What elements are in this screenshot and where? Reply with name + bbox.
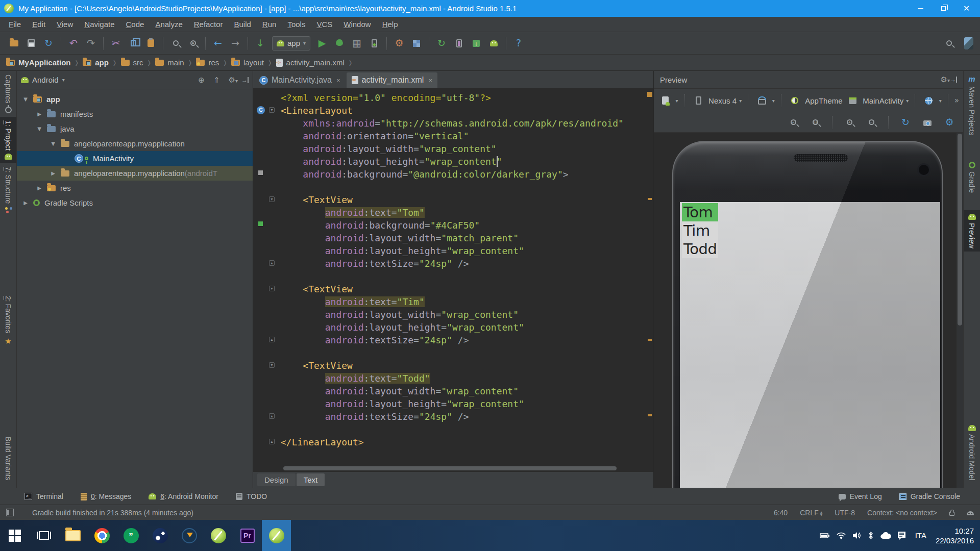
code-token[interactable]: "wrap_content": [441, 309, 519, 320]
code-token[interactable]: :: [364, 373, 370, 384]
code-token[interactable]: />: [452, 411, 469, 422]
code-token[interactable]: [281, 245, 325, 256]
code-token[interactable]: =: [375, 118, 380, 129]
tool-window-button-todo[interactable]: TODO: [236, 492, 267, 500]
code-token[interactable]: :: [364, 398, 370, 409]
theme-icon[interactable]: [789, 93, 801, 108]
tree-item-app[interactable]: ▼app: [17, 92, 253, 107]
gradle-sync-icon[interactable]: ↻: [434, 36, 449, 51]
editor-tab-activity-main-xml[interactable]: activity_main.xml×: [347, 72, 437, 88]
code-token[interactable]: =: [441, 245, 447, 256]
gear-icon[interactable]: ⚙▾: [941, 75, 950, 84]
code-token[interactable]: android: [325, 335, 364, 345]
code-token[interactable]: orientation: [347, 131, 408, 141]
menu-window[interactable]: Window: [338, 20, 376, 29]
code-token[interactable]: android: [303, 131, 341, 141]
action-center-icon[interactable]: [897, 531, 906, 540]
tool-window-button-6-android-monitor[interactable]: 6: Android Monitor: [149, 492, 218, 500]
code-token[interactable]: "wrap_content": [447, 398, 524, 409]
code-token[interactable]: =: [435, 233, 441, 243]
code-token[interactable]: :: [364, 220, 370, 231]
attach-debugger-icon[interactable]: [367, 36, 381, 51]
code-token[interactable]: "Tom": [397, 207, 425, 218]
code-line[interactable]: android:textSize="24sp" />: [253, 334, 646, 346]
code-token[interactable]: android: [325, 258, 364, 269]
breadcrumb-item-res[interactable]: res: [196, 58, 219, 67]
code-token[interactable]: [281, 398, 325, 409]
code-token[interactable]: "Tim": [397, 296, 425, 307]
tree-expand-arrow[interactable]: ▼: [50, 141, 56, 146]
menu-edit[interactable]: Edit: [27, 20, 51, 29]
code-token[interactable]: />: [452, 258, 469, 269]
tool-window-button-terminal[interactable]: >_Terminal: [24, 492, 63, 500]
tab-design[interactable]: Design: [257, 473, 296, 486]
run-configuration-select[interactable]: app▾: [272, 36, 310, 51]
tree-item-gradle-scripts[interactable]: ▶Gradle Scripts: [17, 195, 253, 210]
code-token[interactable]: layout_height: [369, 398, 441, 409]
activity-select[interactable]: MainActivity: [863, 96, 903, 105]
code-token[interactable]: android: [325, 386, 364, 396]
menu-vcs[interactable]: VCS: [311, 20, 338, 29]
tool-button-android-model[interactable]: Android Model: [964, 421, 980, 484]
hide-panel-icon[interactable]: →: [241, 77, 249, 83]
cut-icon[interactable]: ✂: [109, 36, 123, 51]
close-icon[interactable]: ×: [336, 77, 340, 84]
code-token[interactable]: :: [364, 245, 370, 256]
code-token[interactable]: layout_width: [369, 233, 435, 243]
code-token[interactable]: =: [391, 296, 397, 307]
code-token[interactable]: textSize: [369, 258, 413, 269]
theme-select[interactable]: AppTheme: [805, 96, 842, 105]
code-token[interactable]: layout_height: [369, 245, 441, 256]
context-selector[interactable]: Context: <no context>: [867, 509, 937, 517]
code-token[interactable]: "Todd": [397, 373, 430, 384]
close-button[interactable]: ✕: [955, 0, 978, 17]
code-token[interactable]: =: [425, 220, 430, 231]
tool-window-button-gradle-console[interactable]: Gradle Console: [899, 492, 960, 500]
code-line[interactable]: android:textSize="24sp" />: [253, 257, 646, 270]
code-token[interactable]: background: [369, 220, 424, 231]
code-token[interactable]: layout_height: [347, 156, 419, 167]
settings-icon[interactable]: ⚙: [392, 36, 406, 51]
file-explorer[interactable]: [58, 520, 87, 551]
undo-icon[interactable]: ↶: [66, 36, 81, 51]
update-project-icon[interactable]: ↓: [253, 36, 267, 51]
code-token[interactable]: android: [303, 169, 341, 180]
zoom-in-icon[interactable]: +: [842, 115, 856, 130]
code-line[interactable]: [253, 270, 646, 283]
device-screen[interactable]: TomTimTodd: [680, 202, 940, 488]
battery-icon[interactable]: [820, 532, 830, 539]
color-swatch-icon[interactable]: [258, 221, 263, 227]
debug-icon[interactable]: [332, 36, 347, 51]
tree-expand-arrow[interactable]: ▶: [22, 200, 29, 206]
synchronize-icon[interactable]: ↻: [41, 36, 56, 51]
code-line[interactable]: android:text="Todd": [253, 372, 646, 385]
encoding-selector[interactable]: UTF-8: [835, 509, 855, 517]
tool-button-1-project[interactable]: 1: Project: [0, 117, 16, 163]
code-line[interactable]: xmlns:android="http://schemas.android.co…: [253, 117, 646, 130]
zoom-out-icon[interactable]: −: [864, 115, 878, 130]
code-line[interactable]: [253, 423, 646, 436]
sdk-manager-icon[interactable]: ↓: [469, 36, 483, 51]
error-stripe[interactable]: [646, 88, 653, 465]
editor-tab-mainactivity-java[interactable]: CMainActivity.java×: [254, 72, 346, 88]
code-token[interactable]: [281, 360, 303, 371]
tree-item-angeloparenteapp-myapplication[interactable]: ▶angeloparenteapp.myapplication (android…: [17, 166, 253, 181]
menu-navigate[interactable]: Navigate: [79, 20, 120, 29]
overflow-chevrons-icon[interactable]: »: [954, 97, 959, 105]
language-indicator[interactable]: ITA: [915, 531, 926, 540]
code-token[interactable]: [281, 131, 303, 141]
menu-build[interactable]: Build: [228, 20, 256, 29]
code-line[interactable]: android:text="Tim": [253, 295, 646, 308]
collapse-all-icon[interactable]: ⇑: [213, 76, 220, 85]
code-line[interactable]: android:layout_height="wrap_content": [253, 244, 646, 257]
code-token[interactable]: background: [347, 169, 402, 180]
code-token[interactable]: <TextView: [303, 360, 353, 371]
code-token[interactable]: android: [325, 398, 364, 409]
code-line[interactable]: android:textSize="24sp" />: [253, 410, 646, 423]
hangouts[interactable]: ”: [116, 520, 145, 551]
preview-settings-icon[interactable]: ⚙: [942, 115, 957, 130]
code-token[interactable]: layout_width: [347, 143, 413, 154]
task-view-button[interactable]: [29, 520, 58, 551]
code-token[interactable]: =: [413, 143, 419, 154]
search-everywhere-icon[interactable]: [942, 36, 956, 51]
